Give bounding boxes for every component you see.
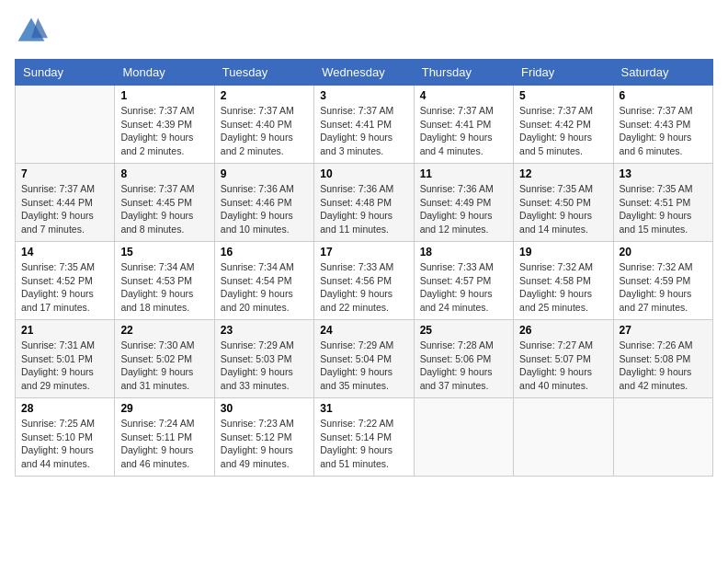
day-number: 10 — [320, 167, 407, 180]
day-number: 9 — [221, 167, 308, 180]
calendar-cell: 29Sunrise: 7:24 AMSunset: 5:11 PMDayligh… — [115, 398, 214, 477]
calendar-cell: 5Sunrise: 7:37 AMSunset: 4:42 PMDaylight… — [514, 86, 613, 164]
day-header-friday: Friday — [514, 60, 613, 86]
calendar-cell: 26Sunrise: 7:27 AMSunset: 5:07 PMDayligh… — [514, 320, 613, 398]
calendar-cell — [414, 398, 513, 477]
calendar-cell — [514, 398, 613, 477]
day-info: Sunrise: 7:27 AMSunset: 5:07 PMDaylight:… — [519, 339, 607, 393]
day-info: Sunrise: 7:29 AMSunset: 5:04 PMDaylight:… — [320, 339, 407, 393]
day-number: 19 — [519, 246, 607, 259]
day-number: 5 — [519, 89, 607, 102]
day-number: 4 — [420, 89, 507, 102]
calendar-week-4: 21Sunrise: 7:31 AMSunset: 5:01 PMDayligh… — [16, 320, 713, 398]
day-info: Sunrise: 7:37 AMSunset: 4:41 PMDaylight:… — [320, 104, 407, 158]
calendar-header-row: SundayMondayTuesdayWednesdayThursdayFrid… — [16, 60, 713, 86]
calendar-cell — [16, 86, 115, 164]
calendar-table: SundayMondayTuesdayWednesdayThursdayFrid… — [15, 59, 713, 477]
day-info: Sunrise: 7:22 AMSunset: 5:14 PMDaylight:… — [320, 417, 407, 471]
day-number: 11 — [420, 167, 507, 180]
calendar-cell: 9Sunrise: 7:36 AMSunset: 4:46 PMDaylight… — [214, 164, 313, 242]
logo — [15, 15, 51, 48]
day-info: Sunrise: 7:32 AMSunset: 4:58 PMDaylight:… — [519, 260, 607, 315]
day-info: Sunrise: 7:36 AMSunset: 4:49 PMDaylight:… — [420, 182, 507, 236]
calendar-cell: 15Sunrise: 7:34 AMSunset: 4:53 PMDayligh… — [115, 242, 214, 320]
day-info: Sunrise: 7:37 AMSunset: 4:40 PMDaylight:… — [221, 104, 308, 158]
day-number: 26 — [519, 324, 607, 337]
day-info: Sunrise: 7:30 AMSunset: 5:02 PMDaylight:… — [120, 339, 208, 393]
day-number: 27 — [620, 324, 707, 337]
day-number: 15 — [120, 246, 208, 259]
day-number: 18 — [420, 246, 507, 259]
day-info: Sunrise: 7:35 AMSunset: 4:51 PMDaylight:… — [620, 182, 707, 236]
calendar-cell: 6Sunrise: 7:37 AMSunset: 4:43 PMDaylight… — [613, 86, 712, 164]
calendar-cell: 12Sunrise: 7:35 AMSunset: 4:50 PMDayligh… — [514, 164, 613, 242]
day-header-sunday: Sunday — [16, 60, 115, 86]
calendar-week-5: 28Sunrise: 7:25 AMSunset: 5:10 PMDayligh… — [16, 398, 713, 477]
day-number: 29 — [120, 402, 208, 415]
day-info: Sunrise: 7:36 AMSunset: 4:48 PMDaylight:… — [320, 182, 407, 236]
day-info: Sunrise: 7:37 AMSunset: 4:45 PMDaylight:… — [120, 182, 208, 236]
day-number: 31 — [320, 402, 407, 415]
calendar-cell: 13Sunrise: 7:35 AMSunset: 4:51 PMDayligh… — [613, 164, 712, 242]
calendar-cell: 2Sunrise: 7:37 AMSunset: 4:40 PMDaylight… — [214, 86, 313, 164]
day-info: Sunrise: 7:34 AMSunset: 4:53 PMDaylight:… — [120, 260, 208, 315]
calendar-cell: 10Sunrise: 7:36 AMSunset: 4:48 PMDayligh… — [314, 164, 414, 242]
day-number: 1 — [120, 89, 208, 102]
day-info: Sunrise: 7:32 AMSunset: 4:59 PMDaylight:… — [620, 260, 707, 315]
day-info: Sunrise: 7:35 AMSunset: 4:50 PMDaylight:… — [519, 182, 607, 236]
day-info: Sunrise: 7:25 AMSunset: 5:10 PMDaylight:… — [21, 417, 108, 471]
calendar-cell: 30Sunrise: 7:23 AMSunset: 5:12 PMDayligh… — [214, 398, 313, 477]
day-number: 14 — [21, 246, 108, 259]
day-info: Sunrise: 7:37 AMSunset: 4:43 PMDaylight:… — [620, 104, 707, 158]
day-info: Sunrise: 7:37 AMSunset: 4:41 PMDaylight:… — [420, 104, 507, 158]
logo-icon — [15, 15, 48, 48]
calendar-cell: 14Sunrise: 7:35 AMSunset: 4:52 PMDayligh… — [16, 242, 115, 320]
day-number: 23 — [221, 324, 308, 337]
day-header-thursday: Thursday — [414, 60, 513, 86]
calendar-cell: 24Sunrise: 7:29 AMSunset: 5:04 PMDayligh… — [314, 320, 414, 398]
day-number: 20 — [620, 246, 707, 259]
calendar-cell — [613, 398, 712, 477]
day-info: Sunrise: 7:33 AMSunset: 4:56 PMDaylight:… — [320, 260, 407, 315]
calendar-cell: 8Sunrise: 7:37 AMSunset: 4:45 PMDaylight… — [115, 164, 214, 242]
day-number: 3 — [320, 89, 407, 102]
day-info: Sunrise: 7:34 AMSunset: 4:54 PMDaylight:… — [221, 260, 308, 315]
day-info: Sunrise: 7:31 AMSunset: 5:01 PMDaylight:… — [21, 339, 108, 393]
day-number: 17 — [320, 246, 407, 259]
day-info: Sunrise: 7:37 AMSunset: 4:39 PMDaylight:… — [120, 104, 208, 158]
day-info: Sunrise: 7:29 AMSunset: 5:03 PMDaylight:… — [221, 339, 308, 393]
calendar-cell: 27Sunrise: 7:26 AMSunset: 5:08 PMDayligh… — [613, 320, 712, 398]
day-info: Sunrise: 7:24 AMSunset: 5:11 PMDaylight:… — [120, 417, 208, 471]
calendar-cell: 19Sunrise: 7:32 AMSunset: 4:58 PMDayligh… — [514, 242, 613, 320]
day-number: 16 — [221, 246, 308, 259]
calendar-week-3: 14Sunrise: 7:35 AMSunset: 4:52 PMDayligh… — [16, 242, 713, 320]
day-number: 8 — [120, 167, 208, 180]
day-info: Sunrise: 7:33 AMSunset: 4:57 PMDaylight:… — [420, 260, 507, 315]
day-info: Sunrise: 7:36 AMSunset: 4:46 PMDaylight:… — [221, 182, 308, 236]
day-number: 25 — [420, 324, 507, 337]
day-number: 28 — [21, 402, 108, 415]
day-info: Sunrise: 7:26 AMSunset: 5:08 PMDaylight:… — [620, 339, 707, 393]
day-number: 13 — [620, 167, 707, 180]
calendar-cell: 18Sunrise: 7:33 AMSunset: 4:57 PMDayligh… — [414, 242, 513, 320]
day-header-tuesday: Tuesday — [214, 60, 313, 86]
day-info: Sunrise: 7:28 AMSunset: 5:06 PMDaylight:… — [420, 339, 507, 393]
day-info: Sunrise: 7:37 AMSunset: 4:44 PMDaylight:… — [21, 182, 108, 236]
day-header-wednesday: Wednesday — [314, 60, 414, 86]
calendar-cell: 4Sunrise: 7:37 AMSunset: 4:41 PMDaylight… — [414, 86, 513, 164]
day-number: 30 — [221, 402, 308, 415]
calendar-cell: 22Sunrise: 7:30 AMSunset: 5:02 PMDayligh… — [115, 320, 214, 398]
day-number: 7 — [21, 167, 108, 180]
day-header-saturday: Saturday — [613, 60, 712, 86]
day-info: Sunrise: 7:37 AMSunset: 4:42 PMDaylight:… — [519, 104, 607, 158]
calendar-cell: 23Sunrise: 7:29 AMSunset: 5:03 PMDayligh… — [214, 320, 313, 398]
day-header-monday: Monday — [115, 60, 214, 86]
calendar-cell: 25Sunrise: 7:28 AMSunset: 5:06 PMDayligh… — [414, 320, 513, 398]
page-header — [15, 15, 713, 48]
calendar-cell: 3Sunrise: 7:37 AMSunset: 4:41 PMDaylight… — [314, 86, 414, 164]
calendar-cell: 20Sunrise: 7:32 AMSunset: 4:59 PMDayligh… — [613, 242, 712, 320]
calendar-cell: 16Sunrise: 7:34 AMSunset: 4:54 PMDayligh… — [214, 242, 313, 320]
calendar-cell: 11Sunrise: 7:36 AMSunset: 4:49 PMDayligh… — [414, 164, 513, 242]
day-number: 12 — [519, 167, 607, 180]
calendar-cell: 31Sunrise: 7:22 AMSunset: 5:14 PMDayligh… — [314, 398, 414, 477]
